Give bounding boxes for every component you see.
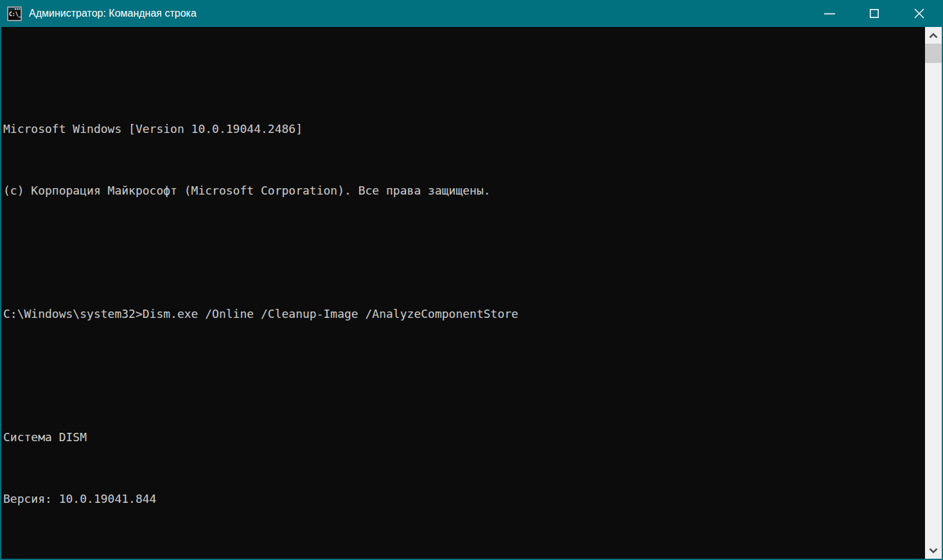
console-output[interactable]: Microsoft Windows [Version 10.0.19044.24… [1, 27, 925, 559]
cmd-icon-label: C:\_ [8, 10, 21, 19]
window-title: Администратор: Командная строка [29, 8, 807, 19]
console-line: Microsoft Windows [Version 10.0.19044.24… [3, 121, 925, 137]
console-line: C:\Windows\system32>Dism.exe /Online /Cl… [3, 306, 925, 322]
minimize-button[interactable] [807, 0, 852, 27]
chevron-down-icon [929, 548, 938, 554]
console-line [3, 368, 925, 383]
close-icon [914, 8, 924, 19]
console-line [3, 245, 925, 260]
vertical-scrollbar[interactable] [925, 27, 942, 559]
scrollbar-thumb[interactable] [925, 44, 942, 63]
command-prompt-icon: C:\_ [7, 6, 22, 21]
close-button[interactable] [897, 0, 942, 27]
console-lines: Microsoft Windows [Version 10.0.19044.24… [3, 60, 925, 559]
minimize-icon [824, 13, 835, 15]
scroll-up-button[interactable] [925, 27, 942, 44]
console-line [3, 553, 925, 559]
console-line: Версия: 10.0.19041.844 [3, 491, 925, 507]
maximize-button[interactable] [852, 0, 897, 27]
window-content: Microsoft Windows [Version 10.0.19044.24… [1, 27, 942, 559]
chevron-up-icon [929, 33, 938, 39]
window-controls [807, 0, 942, 27]
maximize-icon [870, 9, 879, 18]
command-prompt-window: C:\_ Администратор: Командная строка [0, 0, 943, 560]
console-line: Система DISM [3, 430, 925, 445]
scroll-down-button[interactable] [925, 542, 942, 559]
titlebar[interactable]: C:\_ Администратор: Командная строка [1, 0, 942, 27]
console-line: (c) Корпорация Майкрософт (Microsoft Cor… [3, 183, 925, 198]
